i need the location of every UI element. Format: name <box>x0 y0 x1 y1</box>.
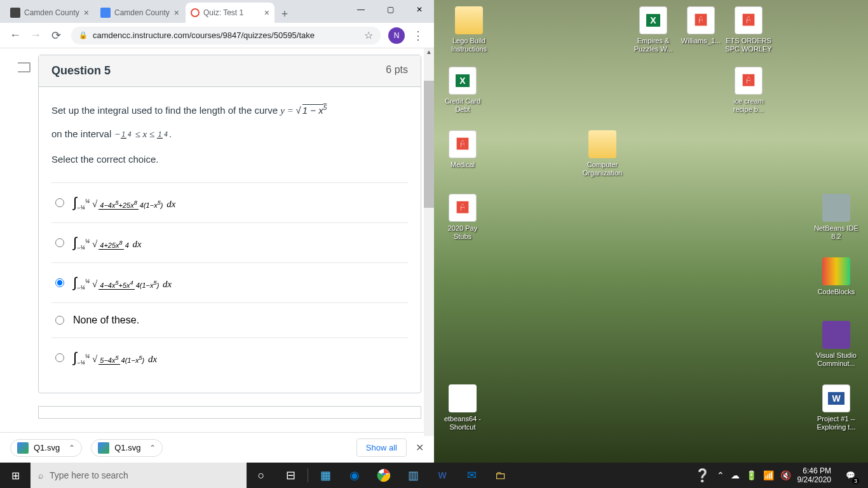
new-tab-button[interactable]: + <box>276 5 294 23</box>
clock[interactable]: 6:46 PM 9/24/2020 <box>797 466 831 485</box>
answer-option[interactable]: ∫−¼¼ √4−4x5+5x44(1−x5) dx <box>51 263 408 303</box>
desktop-icon[interactable]: Computer Organization <box>578 130 627 177</box>
url-field[interactable]: 🔒 camdencc.instructure.com/courses/9847/… <box>71 27 381 44</box>
desktop-icon[interactable]: CodeBlocks <box>812 257 860 296</box>
excel-icon <box>639 6 667 34</box>
close-icon[interactable]: × <box>264 8 269 18</box>
radio-input[interactable] <box>55 278 64 287</box>
back-button[interactable]: ← <box>5 25 25 46</box>
battery-icon[interactable]: 🔋 <box>746 470 757 480</box>
bookmark-icon[interactable]: ☆ <box>364 29 373 41</box>
pdf-icon <box>735 67 763 95</box>
icon-label: Visual Studio Comminut... <box>812 351 860 368</box>
icon-label: Williams_1... <box>677 37 725 45</box>
desktop-icon[interactable]: Project #1 -- Exploring t... <box>812 384 860 431</box>
folder-icon <box>588 130 616 158</box>
download-bar: Q1.svg⌃ Q1.svg⌃ Show all ✕ <box>0 432 434 463</box>
pdf-icon <box>687 6 715 34</box>
answer-list: ∫−¼¼ √4−4x5+25x84(1−x5) dx ∫−¼¼ √4+25x84… <box>51 182 408 377</box>
forward-button[interactable]: → <box>25 25 46 46</box>
radio-input[interactable] <box>55 316 64 325</box>
mail-icon[interactable]: ✉ <box>457 463 486 488</box>
globe-icon <box>10 8 20 18</box>
question-prompt: Set up the integral used to find the len… <box>51 102 408 119</box>
page-content: Question 5 6 pts Set up the integral use… <box>0 48 434 432</box>
profile-button[interactable]: N <box>388 27 405 44</box>
question-card: Question 5 6 pts Set up the integral use… <box>38 55 421 393</box>
close-icon[interactable]: ✕ <box>416 442 424 454</box>
desktop-icon[interactable]: Williams_1... <box>677 6 725 45</box>
scroll-up-icon[interactable]: ▲ <box>424 48 434 55</box>
show-all-button[interactable]: Show all <box>356 438 407 457</box>
flag-icon[interactable] <box>18 62 31 72</box>
answer-option[interactable]: ∫−¼¼ √5−4x54(1−x5) dx <box>51 338 408 377</box>
icon-label: 2020 Pay Stubs <box>438 224 487 241</box>
notification-icon[interactable]: 💬3 <box>837 463 863 488</box>
answer-option[interactable]: None of these. <box>51 303 408 338</box>
download-item[interactable]: Q1.svg⌃ <box>91 439 163 457</box>
desktop-icon[interactable]: Credit Card Debt <box>438 67 487 114</box>
edge-icon[interactable]: ◉ <box>340 463 369 488</box>
desktop-icon[interactable]: 2020 Pay Stubs <box>438 194 487 241</box>
tab-label: Camden County <box>114 8 170 17</box>
select-instruction: Select the correct choice. <box>51 154 408 165</box>
onedrive-icon[interactable]: ☁ <box>731 470 740 480</box>
desktop-icon[interactable]: Empires & Puzzles W... <box>629 6 677 53</box>
desktop-icon[interactable]: ETS ORDERS SPC WORLEY <box>724 6 773 53</box>
app-icon <box>822 257 850 285</box>
calculator-icon[interactable]: ▦ <box>311 463 340 488</box>
desktop-icon[interactable]: Lego Build Instructions <box>445 6 493 53</box>
lock-icon: 🔒 <box>79 31 88 39</box>
menu-button[interactable]: ⋮ <box>407 29 429 43</box>
icon-label: Project #1 -- Exploring t... <box>812 415 860 431</box>
reload-button[interactable]: ⟳ <box>46 25 66 46</box>
chrome-icon[interactable] <box>369 463 398 488</box>
desktop-icon[interactable]: Visual Studio Comminut... <box>812 321 860 368</box>
task-view-icon[interactable]: ⊟ <box>276 463 305 488</box>
radio-input[interactable] <box>55 198 64 207</box>
tab-camden-2[interactable]: Camden County× <box>95 3 184 23</box>
desktop-icon[interactable]: Medical <box>438 130 487 169</box>
pdf-icon <box>735 6 763 34</box>
help-icon[interactable]: ❔ <box>695 468 710 483</box>
desktop-icon[interactable]: NetBeans IDE 8.2 <box>812 194 860 241</box>
window-close[interactable]: ✕ <box>405 0 434 19</box>
window-maximize[interactable]: ▢ <box>376 0 405 19</box>
window-minimize[interactable]: — <box>346 0 376 19</box>
url-text: camdencc.instructure.com/courses/9847/qu… <box>93 30 315 40</box>
cortana-icon[interactable]: ○ <box>247 463 276 488</box>
radio-input[interactable] <box>55 353 64 362</box>
chevron-icon[interactable]: ⌃ <box>69 444 75 452</box>
icon-label: Credit Card Debt <box>438 97 487 114</box>
answer-option[interactable]: ∫−¼¼ √4−4x5+25x84(1−x5) dx <box>51 183 408 223</box>
time-text: 6:46 PM <box>797 466 831 475</box>
desktop[interactable]: Lego Build InstructionsEmpires & Puzzles… <box>434 0 868 463</box>
desktop-icon[interactable]: etbeans64 - Shortcut <box>438 384 487 431</box>
tab-camden-1[interactable]: Camden County× <box>5 3 94 23</box>
start-button[interactable]: ⊞ <box>0 463 31 488</box>
close-icon[interactable]: × <box>84 8 89 18</box>
desktop-icon[interactable]: ice cream recipe b... <box>724 67 773 114</box>
notepad-icon[interactable]: ▥ <box>398 463 428 488</box>
radio-input[interactable] <box>55 238 64 247</box>
search-box[interactable]: ⌕ Type here to search <box>31 463 247 488</box>
scroll-thumb[interactable] <box>424 81 434 208</box>
word-icon[interactable]: W <box>428 463 457 488</box>
system-tray: ❔ ⌃ ☁ 🔋 📶 🔇 6:46 PM 9/24/2020 💬3 <box>695 463 868 488</box>
next-card-peek <box>38 406 421 419</box>
answer-option[interactable]: ∫−¼¼ √4+25x84 dx <box>51 223 408 263</box>
chevron-icon[interactable]: ⌃ <box>149 444 156 452</box>
app-icon <box>822 194 850 222</box>
close-icon[interactable]: × <box>174 8 179 18</box>
tab-quiz[interactable]: Quiz: Test 1× <box>186 3 275 23</box>
wifi-icon[interactable]: 📶 <box>763 470 774 480</box>
word-icon <box>822 384 850 412</box>
chevron-up-icon[interactable]: ⌃ <box>717 470 724 480</box>
answer-math: ∫−¼¼ √4−4x5+25x84(1−x5) dx <box>73 194 175 211</box>
question-points: 6 pts <box>386 64 408 78</box>
explorer-icon[interactable]: 🗀 <box>486 463 515 488</box>
volume-icon[interactable]: 🔇 <box>780 470 791 480</box>
scrollbar[interactable]: ▲ <box>424 48 434 436</box>
download-item[interactable]: Q1.svg⌃ <box>10 439 82 457</box>
doc-icon <box>100 8 111 18</box>
